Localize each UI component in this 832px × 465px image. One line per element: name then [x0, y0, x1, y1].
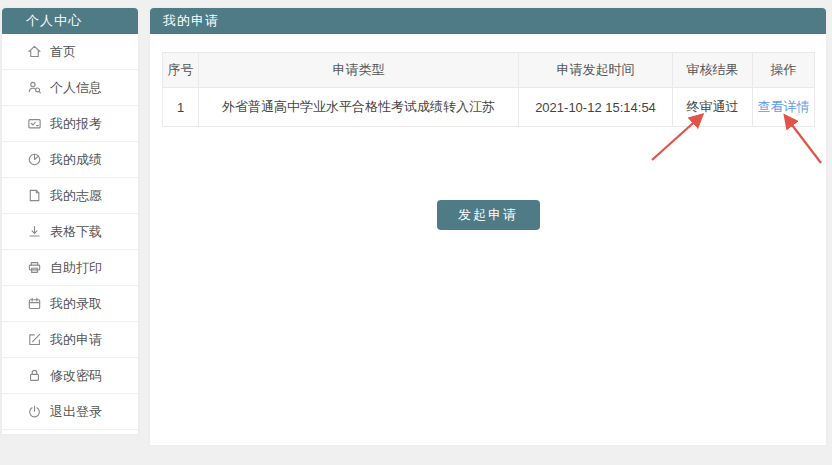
table-row: 1 外省普通高中学业水平合格性考试成绩转入江苏 2021-10-12 15:14…	[163, 88, 815, 127]
table-header-row: 序号 申请类型 申请发起时间 审核结果 操作	[163, 53, 815, 88]
sidebar-item-label: 个人信息	[50, 79, 102, 97]
pie-chart-icon	[27, 152, 42, 167]
user-search-icon	[27, 80, 42, 95]
panel-body: 序号 申请类型 申请发起时间 审核结果 操作 1 外省普通高中学业水平合格性考试…	[150, 34, 826, 230]
sidebar-item-label: 退出登录	[50, 403, 102, 421]
home-icon	[27, 44, 42, 59]
edit-icon	[27, 332, 42, 347]
sidebar-item-label: 我的志愿	[50, 187, 102, 205]
sidebar-item-label: 我的申请	[50, 331, 102, 349]
sidebar-item-personal-info[interactable]: 个人信息	[2, 70, 138, 106]
sidebar-item-label: 我的录取	[50, 295, 102, 313]
panel-title: 我的申请	[150, 8, 826, 34]
lock-icon	[27, 368, 42, 383]
initiate-application-button[interactable]: 发起申请	[437, 200, 540, 230]
sidebar-item-label: 首页	[50, 43, 76, 61]
col-header-type: 申请类型	[199, 53, 519, 88]
sidebar-item-label: 我的成绩	[50, 151, 102, 169]
sidebar-item-label: 自助打印	[50, 259, 102, 277]
cell-review-result: 终审通过	[673, 88, 753, 127]
sidebar-item-label: 表格下载	[50, 223, 102, 241]
button-row: 发起申请	[162, 200, 814, 230]
applications-table: 序号 申请类型 申请发起时间 审核结果 操作 1 外省普通高中学业水平合格性考试…	[162, 52, 815, 127]
exam-card-icon	[27, 116, 42, 131]
col-header-action: 操作	[753, 53, 815, 88]
sidebar-item-label: 我的报考	[50, 115, 102, 133]
view-details-link[interactable]: 查看详情	[758, 99, 810, 114]
cell-application-type: 外省普通高中学业水平合格性考试成绩转入江苏	[199, 88, 519, 127]
download-icon	[27, 224, 42, 239]
printer-icon	[27, 260, 42, 275]
sidebar-item-self-print[interactable]: 自助打印	[2, 250, 138, 286]
sidebar: 个人中心 首页 个人信息 我的报考 我的成绩 我的志愿 表格下载	[2, 8, 138, 434]
sidebar-item-label: 修改密码	[50, 367, 102, 385]
sidebar-item-my-applications[interactable]: 我的申请	[2, 322, 138, 358]
col-header-no: 序号	[163, 53, 199, 88]
col-header-time: 申请发起时间	[519, 53, 673, 88]
sidebar-item-my-scores[interactable]: 我的成绩	[2, 142, 138, 178]
main-panel: 我的申请 序号 申请类型 申请发起时间 审核结果 操作 1 外省普通高中学业水平…	[150, 8, 826, 445]
document-icon	[27, 188, 42, 203]
sidebar-item-my-preferences[interactable]: 我的志愿	[2, 178, 138, 214]
cell-application-time: 2021-10-12 15:14:54	[519, 88, 673, 127]
calendar-icon	[27, 296, 42, 311]
sidebar-item-my-registration[interactable]: 我的报考	[2, 106, 138, 142]
col-header-result: 审核结果	[673, 53, 753, 88]
sidebar-item-form-download[interactable]: 表格下载	[2, 214, 138, 250]
sidebar-item-logout[interactable]: 退出登录	[2, 394, 138, 430]
logout-icon	[27, 404, 42, 419]
sidebar-title: 个人中心	[2, 8, 138, 34]
cell-no: 1	[163, 88, 199, 127]
sidebar-item-my-admission[interactable]: 我的录取	[2, 286, 138, 322]
cell-action: 查看详情	[753, 88, 815, 127]
sidebar-item-home[interactable]: 首页	[2, 34, 138, 70]
sidebar-item-change-password[interactable]: 修改密码	[2, 358, 138, 394]
